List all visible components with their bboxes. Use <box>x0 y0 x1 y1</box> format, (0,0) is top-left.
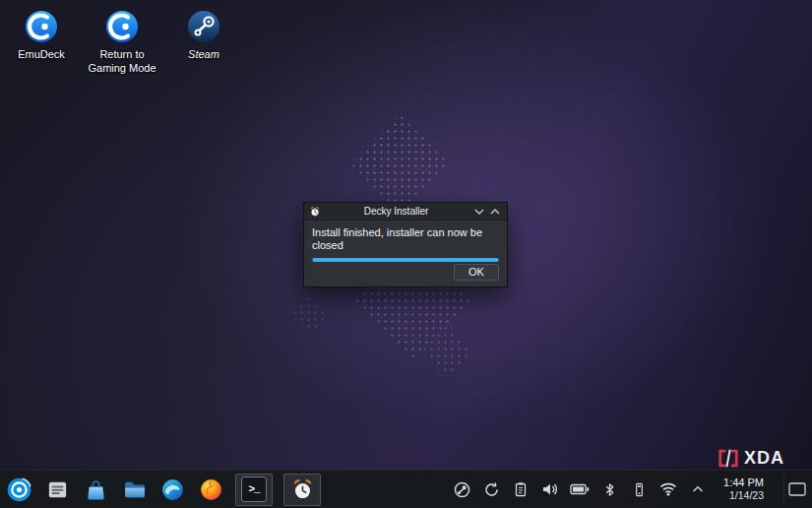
desktop-icon-steam[interactable]: Steam <box>163 8 244 62</box>
install-progress-bar <box>312 258 499 262</box>
task-button-konsole[interactable]: >_ <box>235 474 273 506</box>
wallpaper-dot-diamond <box>291 295 331 335</box>
battery-button[interactable] <box>570 476 590 502</box>
xda-watermark: XDA <box>718 448 784 469</box>
alarm-clock-icon <box>290 477 315 502</box>
device-notifier-icon <box>632 482 647 497</box>
firefox-icon <box>199 477 223 502</box>
return-to-gaming-mode-icon <box>103 8 141 45</box>
expand-tray-button[interactable] <box>688 476 708 502</box>
discover-store-icon <box>84 477 108 502</box>
dialog-body: Install finished, installer can now be c… <box>304 221 507 286</box>
desktop-icon-label: Steam <box>188 48 219 62</box>
clipboard-button[interactable] <box>511 476 531 502</box>
device-notifier-button[interactable] <box>629 476 649 502</box>
bluetooth-button[interactable] <box>599 476 619 502</box>
desktop-icon-emudeck[interactable]: EmuDeck <box>1 8 82 62</box>
progress-fill <box>312 258 499 262</box>
steam-icon <box>185 8 222 45</box>
desktop-icon-label: Return to Gaming Mode <box>82 48 162 76</box>
chevron-down-icon <box>474 209 484 215</box>
dialog-title: Decky Installer <box>321 206 471 217</box>
install-status-message: Install finished, installer can now be c… <box>312 226 499 252</box>
clock-time: 1:44 PM <box>723 476 764 489</box>
chevron-up-button[interactable] <box>487 204 503 219</box>
steam-tray-button[interactable] <box>452 476 471 502</box>
application-launcher-icon <box>6 476 32 503</box>
volume-button[interactable] <box>540 476 560 502</box>
show-desktop-button[interactable] <box>783 474 809 506</box>
wifi-icon <box>659 482 677 496</box>
xda-brand-text: XDA <box>744 448 784 469</box>
wallpaper-dot-diamond <box>350 114 449 213</box>
battery-icon <box>570 483 590 495</box>
discover-store-button[interactable] <box>82 476 109 503</box>
decky-installer-window: Decky Installer Install finished, instal… <box>303 202 508 287</box>
volume-icon <box>541 481 559 497</box>
steam-tray-icon <box>454 481 470 498</box>
emudeck-icon <box>23 8 60 45</box>
firefox-button[interactable] <box>197 476 224 503</box>
application-launcher-button[interactable] <box>5 476 32 503</box>
bluetooth-icon <box>602 482 617 497</box>
folder-icon <box>122 477 147 502</box>
show-desktop-icon <box>788 482 806 496</box>
task-button-decky-installer[interactable] <box>283 474 321 506</box>
system-tray: 1:44 PM 1/14/23 <box>452 474 809 506</box>
desktop-icon-return-to-gaming-mode[interactable]: Return to Gaming Mode <box>82 8 162 76</box>
chevron-up-icon <box>692 485 704 493</box>
chevron-down-button[interactable] <box>471 204 487 219</box>
desktop-icon-label: EmuDeck <box>18 48 65 62</box>
dialog-titlebar[interactable]: Decky Installer <box>304 203 507 221</box>
app-list-icon <box>46 478 69 501</box>
desktop-root: EmuDeck Return to Gaming Mode Steam <box>0 0 812 508</box>
wifi-button[interactable] <box>658 476 678 502</box>
updates-button[interactable] <box>481 476 501 502</box>
edge-browser-icon <box>160 477 185 502</box>
wallpaper-dot-diamond <box>421 325 474 378</box>
app-list-button[interactable] <box>43 476 71 503</box>
file-manager-button[interactable] <box>120 476 148 503</box>
chevron-up-icon <box>490 209 500 215</box>
updates-icon <box>483 481 500 498</box>
clock-date: 1/14/23 <box>723 489 764 502</box>
konsole-icon: >_ <box>241 476 267 502</box>
clipboard-icon <box>513 481 529 497</box>
alarm-clock-icon <box>308 205 321 218</box>
xda-logo-icon <box>718 449 739 468</box>
clock-widget[interactable]: 1:44 PM 1/14/23 <box>723 476 764 502</box>
taskbar: >_ <box>0 470 812 508</box>
ok-button[interactable]: OK <box>454 264 499 281</box>
edge-browser-button[interactable] <box>158 476 186 503</box>
